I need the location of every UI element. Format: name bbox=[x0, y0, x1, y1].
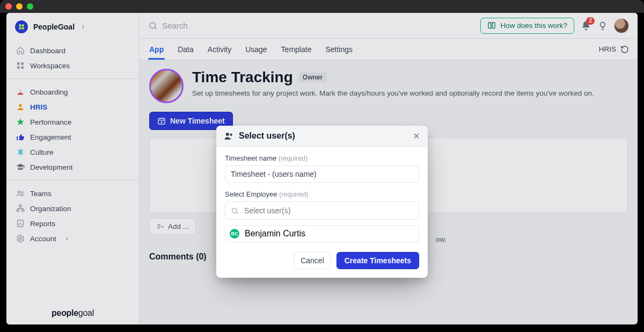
timesheet-name-label: Timesheet name (required) bbox=[225, 154, 419, 162]
svg-point-24 bbox=[232, 208, 237, 213]
create-timesheets-button[interactable]: Create Timesheets bbox=[336, 252, 419, 269]
employee-label: Select Employee (required) bbox=[225, 190, 419, 198]
window-minimize-dot[interactable] bbox=[16, 3, 23, 10]
svg-line-25 bbox=[236, 212, 238, 214]
window-close-dot[interactable] bbox=[5, 3, 12, 10]
window-zoom-dot[interactable] bbox=[27, 3, 33, 10]
svg-point-21 bbox=[230, 134, 232, 136]
selected-user-name: Benjamin Curtis bbox=[245, 229, 305, 239]
select-users-modal: Select user(s) Timesheet name (required)… bbox=[216, 126, 428, 278]
users-icon bbox=[224, 131, 233, 141]
user-avatar-small: BC bbox=[230, 229, 239, 239]
employee-search-input[interactable] bbox=[225, 201, 419, 220]
close-icon bbox=[413, 132, 420, 140]
window-titlebar bbox=[0, 0, 644, 13]
selected-user-row[interactable]: BC Benjamin Curtis bbox=[225, 225, 419, 242]
modal-title: Select user(s) bbox=[239, 131, 295, 141]
timesheet-name-input[interactable] bbox=[225, 165, 419, 183]
modal-close-button[interactable] bbox=[413, 132, 420, 140]
cancel-button[interactable]: Cancel bbox=[294, 252, 331, 269]
employee-search-field[interactable] bbox=[243, 206, 413, 215]
search-icon bbox=[231, 207, 239, 215]
svg-point-20 bbox=[226, 133, 229, 136]
